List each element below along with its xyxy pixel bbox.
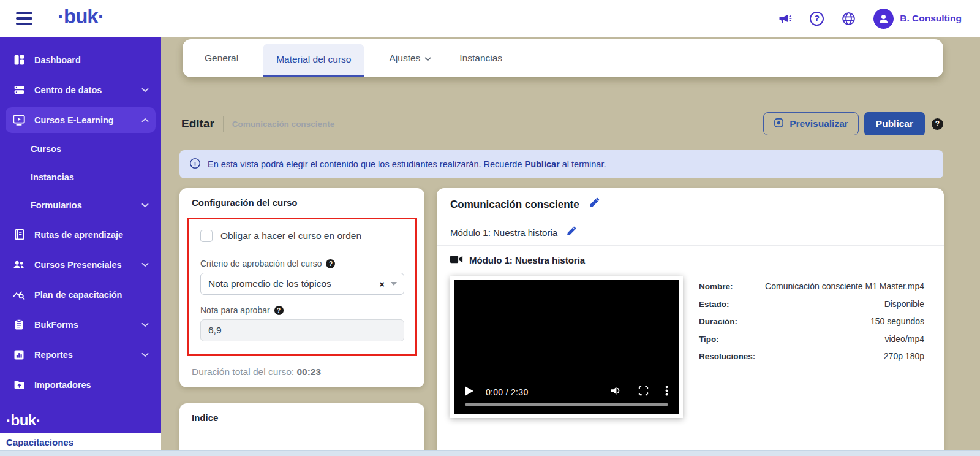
chevron-down-icon (424, 53, 431, 64)
meta-label: Duración: (699, 317, 737, 326)
lesson-row[interactable]: Módulo 1: Nuestra historia (437, 246, 944, 272)
meta-value: video/mp4 (884, 334, 924, 344)
select-caret-icon[interactable] (391, 282, 397, 286)
sidebar-item-plan-de-capacitacion[interactable]: Plan de capacitación (0, 279, 161, 310)
hamburger-menu-icon[interactable] (16, 12, 32, 25)
tab-ajustes[interactable]: Ajustes (385, 39, 435, 77)
sidebar-item-label: Cursos (31, 144, 61, 154)
sidebar-item-label: Reportes (34, 350, 73, 360)
buk-logo: ·buk· (58, 5, 104, 28)
order-checkbox-row[interactable]: Obligar a hacer el curso en orden (200, 230, 404, 242)
sidebar-item-cursos-presenciales[interactable]: Cursos Presenciales (0, 249, 161, 279)
criteria-select[interactable]: Nota promedio de los tópicos × (200, 273, 404, 295)
order-checkbox[interactable] (200, 230, 213, 242)
video-time: 0:00 / 2:30 (486, 387, 528, 397)
chevron-down-icon (141, 203, 149, 208)
chevron-down-icon (141, 262, 149, 267)
preview-button[interactable]: Previsualizar (763, 112, 859, 135)
sidebar-item-rutas-de-aprendizaje[interactable]: Rutas de aprendizaje (0, 219, 161, 249)
tab-material-del-curso[interactable]: Material del curso (263, 44, 364, 77)
page-header: Editar Comunicación consciente Previsual… (181, 112, 943, 136)
sidebar-item-label: Centro de datos (34, 85, 102, 95)
meta-row-estado: Estado: Disponible (699, 299, 924, 309)
avatar (873, 9, 894, 29)
sidebar-item-cursos-elearning[interactable]: Cursos E-Learning (6, 107, 156, 133)
chevron-down-icon (141, 352, 149, 357)
preview-eye-icon (774, 118, 784, 131)
fullscreen-icon[interactable] (638, 386, 649, 398)
sidebar-item-label: Formularios (31, 200, 82, 210)
page-title: Editar (181, 117, 214, 131)
tab-instancias[interactable]: Instancias (456, 39, 506, 77)
sidebar-subitem-instancias[interactable]: Instancias (0, 163, 161, 191)
main-content: General Material del curso Ajustes Insta… (161, 37, 980, 456)
tab-label: General (205, 53, 238, 64)
title-divider (223, 116, 224, 132)
lesson-title: Módulo 1: Nuestra historia (469, 255, 585, 265)
sidebar-item-label: Rutas de aprendizaje (34, 230, 123, 240)
module-title-row: Módulo 1: Nuestra historia (437, 219, 944, 246)
sidebar-footer: ·buk· Capacitaciones (0, 412, 161, 456)
course-content-panel: Comunicación consciente Módulo 1: Nuestr… (437, 188, 944, 456)
sidebar-subitem-formularios[interactable]: Formularios (0, 191, 161, 219)
sidebar-app-capacitaciones[interactable]: Capacitaciones (0, 433, 161, 450)
video-controls: 0:00 / 2:30 (454, 386, 679, 398)
sidebar-item-centro-de-datos[interactable]: Centro de datos (0, 75, 161, 105)
grade-input[interactable] (200, 319, 404, 341)
video-progress-bar[interactable] (465, 403, 668, 406)
index-panel: Indice (179, 403, 424, 456)
sidebar-item-dashboard[interactable]: Dashboard (0, 45, 161, 75)
criteria-field-label: Criterio de aprobación del curso ? (200, 259, 404, 268)
help-icon[interactable]: ? (810, 12, 824, 26)
sidebar-item-importadores[interactable]: Importadores (0, 370, 161, 400)
config-panel-title: Configuración del curso (179, 188, 424, 216)
importers-icon (12, 378, 26, 392)
sidebar-item-label: Cursos E-Learning (34, 115, 114, 125)
course-config-panel: Configuración del curso Obligar a hacer … (179, 188, 424, 387)
horizontal-scrollbar[interactable] (0, 450, 980, 456)
grade-field-label: Nota para aprobar ? (200, 305, 404, 315)
highlighted-config-section: Obligar a hacer el curso en orden Criter… (187, 218, 417, 356)
sidebar-item-label: Plan de capacitación (34, 290, 122, 300)
megaphone-icon[interactable] (777, 11, 793, 26)
info-banner-text: En esta vista podrá elegir el contenido … (208, 159, 606, 169)
globe-icon[interactable] (841, 11, 856, 26)
tab-general[interactable]: General (201, 39, 242, 77)
module-title: Módulo 1: Nuestra historia (450, 227, 557, 238)
chevron-up-icon (141, 118, 149, 123)
meta-row-resoluciones: Resoluciones: 270p 180p (699, 351, 924, 361)
grade-help-icon[interactable]: ? (274, 306, 284, 315)
video-player[interactable]: 0:00 / 2:30 (454, 280, 679, 414)
meta-label: Estado: (699, 300, 729, 309)
play-icon[interactable] (465, 386, 473, 398)
course-title: Comunicación consciente (450, 199, 579, 211)
volume-icon[interactable] (610, 386, 622, 398)
criteria-help-icon[interactable]: ? (326, 259, 335, 268)
publish-button[interactable]: Publicar (864, 112, 925, 135)
sidebar-item-reportes[interactable]: Reportes (0, 340, 161, 370)
publish-help-icon[interactable]: ? (932, 118, 943, 130)
course-tabs-bar: General Material del curso Ajustes Insta… (183, 39, 943, 77)
dashboard-icon (12, 53, 26, 67)
video-metadata: Nombre: Comunicación consciente M1 Maste… (699, 276, 934, 418)
app-root: ·buk· ? B. Consulting Dashboard (0, 0, 980, 456)
edit-course-title-icon[interactable] (589, 197, 600, 211)
sidebar-item-label: Instancias (31, 172, 74, 182)
lesson-media: 0:00 / 2:30 Nombre: (437, 272, 944, 418)
page-subtitle: Comunicación consciente (232, 120, 334, 129)
clipboard-icon (12, 318, 26, 332)
sidebar-item-bukforms[interactable]: BukForms (0, 310, 161, 340)
sidebar-subitem-cursos[interactable]: Cursos (0, 135, 161, 163)
tab-label: Instancias (459, 53, 502, 64)
total-duration: Duración total del curso: 00:23 (179, 356, 424, 387)
training-plan-icon (12, 288, 26, 302)
edit-module-title-icon[interactable] (566, 226, 576, 238)
user-menu[interactable]: B. Consulting (873, 9, 962, 29)
sidebar-item-label: Dashboard (34, 55, 81, 65)
info-icon (189, 158, 201, 172)
people-icon (12, 258, 26, 272)
meta-label: Nombre: (699, 282, 733, 291)
more-options-icon[interactable] (665, 386, 668, 398)
preview-button-label: Previsualizar (790, 118, 848, 129)
clear-selection-icon[interactable]: × (379, 279, 385, 289)
